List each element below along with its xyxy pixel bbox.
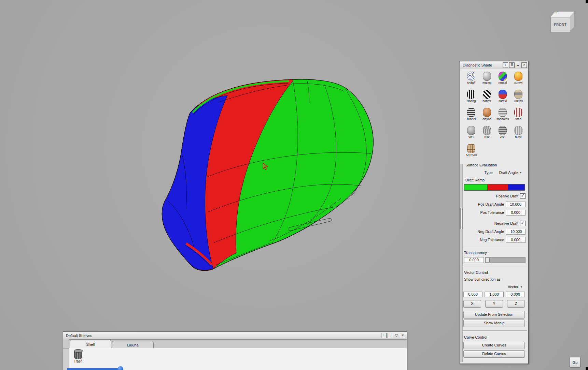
- taskbar-app-dot[interactable]: [117, 366, 123, 370]
- diagnostic-shade-titlebar[interactable]: Diagnostic Shade ↕ ☰ ▲ ✕: [460, 61, 528, 69]
- shelf-item-trash[interactable]: Trash: [74, 350, 82, 363]
- window-collapse-icon[interactable]: ▲: [516, 63, 520, 68]
- vector-z-field[interactable]: 0.000: [506, 292, 525, 297]
- shader-boxmod[interactable]: boxmod: [463, 144, 479, 157]
- view-cube-front-face[interactable]: FRONT: [550, 17, 570, 32]
- shader-clayao[interactable]: clayao: [479, 108, 495, 121]
- update-from-selection-button[interactable]: Update From Selection: [463, 311, 525, 319]
- shader-vis1-icon[interactable]: [467, 126, 475, 135]
- shader-vis1[interactable]: vis1: [463, 126, 479, 139]
- ramp-blue-segment: [508, 184, 524, 190]
- shader-boxmod-icon[interactable]: [467, 144, 475, 153]
- type-dropdown-value: Draft Angle: [499, 171, 518, 175]
- window-resize-icon[interactable]: ↕: [503, 62, 508, 68]
- window-close-icon[interactable]: ✕: [521, 62, 527, 68]
- shader-mulcol-icon[interactable]: [483, 72, 491, 81]
- delete-curves-button[interactable]: Delete Curves: [463, 350, 525, 358]
- go-button[interactable]: Go: [570, 357, 580, 368]
- shader-usetex-icon[interactable]: [514, 90, 522, 99]
- axis-x-button[interactable]: X: [463, 300, 481, 308]
- trash-icon[interactable]: [74, 350, 82, 359]
- shader-label: ltunnel: [467, 117, 476, 121]
- shader-label: horver: [482, 99, 491, 103]
- shelves-title: Default Shelves: [66, 334, 380, 338]
- transparency-slider[interactable]: [485, 257, 526, 263]
- view-cube[interactable]: ⇉ FRONT: [548, 10, 579, 40]
- pos-draft-angle-field[interactable]: 10.000: [506, 202, 526, 207]
- shader-grid: shdoff mulcol rancol curevl isoang horve…: [460, 69, 528, 158]
- shader-label: isoang: [467, 99, 476, 103]
- taskbar-edge: [67, 368, 120, 370]
- tab-shelf[interactable]: Shelf: [70, 340, 111, 349]
- pos-tolerance-field[interactable]: 0.000: [506, 210, 526, 216]
- shader-sophotes-icon[interactable]: [499, 108, 507, 117]
- shader-filest-icon[interactable]: [514, 126, 522, 135]
- shader-rancol[interactable]: rancol: [495, 72, 510, 85]
- negative-draft-label: Negative Draft: [494, 221, 518, 225]
- divider: [461, 246, 527, 247]
- shader-filest[interactable]: filest: [510, 126, 526, 139]
- shader-surevl[interactable]: surevl: [495, 90, 510, 103]
- tab-liuuha[interactable]: Liuuha: [112, 341, 154, 349]
- shader-usetex[interactable]: usetex: [510, 90, 526, 103]
- neg-draft-angle-field[interactable]: -10.000: [506, 229, 526, 235]
- shader-ltunnel-icon[interactable]: [467, 108, 475, 117]
- shader-shdoff[interactable]: shdoff: [463, 72, 479, 85]
- shader-vis3-icon[interactable]: [499, 126, 507, 135]
- shader-ltunnel[interactable]: ltunnel: [463, 108, 479, 121]
- draft-ramp-heading: Draft Ramp: [460, 177, 528, 183]
- shader-label: usetex: [514, 99, 523, 103]
- vector-values-row: 0.000 1.000 0.000: [460, 291, 528, 298]
- shader-label: vis3: [500, 135, 505, 139]
- negative-draft-checkbox[interactable]: ✓: [520, 221, 526, 226]
- shader-vis3[interactable]: vis3: [495, 126, 510, 139]
- axis-y-button[interactable]: Y: [485, 300, 503, 308]
- model-mirror-housing[interactable]: [162, 79, 373, 270]
- shader-curevl-icon[interactable]: [514, 72, 522, 81]
- shader-clayao-icon[interactable]: [483, 108, 491, 117]
- transparency-heading: Transparency: [460, 249, 528, 256]
- create-curves-button[interactable]: Create Curves: [463, 342, 525, 349]
- shelves-titlebar[interactable]: Default Shelves ↕ ☰ ▽ ✕: [63, 332, 407, 340]
- vector-y-field[interactable]: 1.000: [485, 292, 504, 297]
- shader-sophotes[interactable]: sophotes: [495, 108, 510, 121]
- type-dropdown[interactable]: Draft Angle ▼: [499, 171, 523, 175]
- window-collapse-icon[interactable]: ▽: [394, 333, 399, 338]
- shader-vis2[interactable]: vis2: [479, 126, 495, 139]
- shader-vred[interactable]: vred: [510, 108, 526, 121]
- vector-control-heading: Vector Control: [460, 269, 528, 276]
- shader-rancol-icon[interactable]: [499, 72, 507, 81]
- transparency-field[interactable]: 0.000: [464, 257, 484, 263]
- shader-vis2-icon[interactable]: [483, 126, 491, 135]
- transparency-slider-thumb[interactable]: [486, 258, 490, 262]
- shader-isoang[interactable]: isoang: [463, 90, 479, 103]
- diagnostic-shade-title: Diagnostic Shade: [463, 63, 502, 67]
- shader-isoang-icon[interactable]: [467, 90, 475, 99]
- divider: [461, 330, 527, 332]
- palette-scrollbar[interactable]: [460, 164, 463, 362]
- window-close-icon[interactable]: ✕: [400, 333, 405, 338]
- window-resize-icon[interactable]: ↕: [381, 333, 387, 338]
- vector-mode-dropdown[interactable]: Vector ▼: [508, 285, 524, 289]
- transparency-row: 0.000: [460, 256, 528, 264]
- palette-scrollbar-thumb[interactable]: [460, 208, 463, 229]
- neg-tolerance-field[interactable]: 0.000: [506, 237, 526, 243]
- shader-mulcol[interactable]: mulcol: [479, 72, 495, 85]
- positive-draft-checkbox[interactable]: ✓: [520, 193, 526, 199]
- pos-tolerance-label: Pos Tolerance: [480, 210, 504, 214]
- shader-horver[interactable]: horver: [479, 90, 495, 103]
- shader-curevl[interactable]: curevl: [510, 72, 526, 85]
- show-manip-button[interactable]: Show Manip: [463, 320, 525, 327]
- ramp-green-segment: [464, 184, 487, 190]
- draft-ramp-bar[interactable]: [464, 184, 525, 191]
- curve-control-heading: Curve Control: [460, 334, 528, 341]
- window-menu-icon[interactable]: ☰: [509, 62, 515, 68]
- vector-x-field[interactable]: 0.000: [463, 292, 482, 297]
- shader-vred-icon[interactable]: [514, 108, 522, 117]
- application-viewport[interactable]: ⇉ FRONT Diagnostic Shade ↕ ☰ ▲ ✕ shdoff …: [0, 0, 588, 370]
- window-menu-icon[interactable]: ☰: [388, 333, 393, 338]
- shader-horver-icon[interactable]: [483, 90, 491, 99]
- shader-shdoff-icon[interactable]: [467, 72, 475, 81]
- shader-surevl-icon[interactable]: [499, 90, 507, 99]
- axis-z-button[interactable]: Z: [507, 300, 525, 308]
